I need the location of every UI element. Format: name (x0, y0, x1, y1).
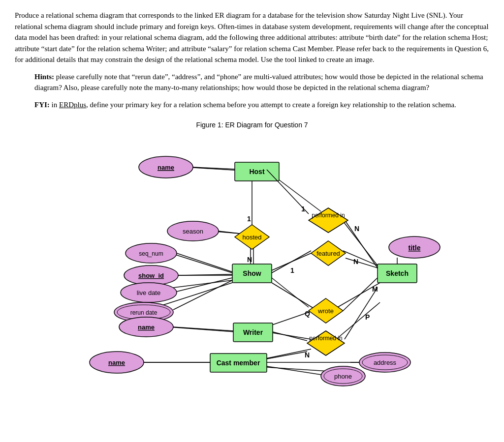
label-n-performed-top: N (354, 225, 359, 233)
label-n-hosted-show: N (247, 256, 252, 264)
show-label: Show (243, 269, 261, 277)
sketch-label: Sketch (386, 269, 409, 277)
hints-block: Hints: please carefully note that “rerun… (34, 71, 489, 93)
show-id-label: show_id (138, 272, 164, 279)
performed-in-top-label: performed in (312, 212, 345, 219)
svg-line-52 (177, 253, 232, 272)
diagram-container: Figure 1: ER Diagram for Question 7 (15, 120, 489, 391)
season-label: season (183, 228, 203, 235)
fyi-block: FYI: in ERDplus, define your primary key… (34, 99, 489, 111)
label-q-writer: Q (305, 310, 310, 318)
name-host-label: name (158, 164, 174, 171)
svg-line-65 (343, 278, 378, 311)
hosted-label: hosted (242, 234, 261, 241)
performed-in-bottom-label: performed in (309, 335, 342, 342)
main-content: Produce a relational schema diagram that… (15, 10, 489, 391)
svg-line-9 (267, 332, 311, 339)
seq-num-label: seq_num (139, 250, 163, 257)
address-label: address (374, 359, 397, 366)
svg-line-62 (273, 332, 307, 341)
hints-label: Hints: (34, 73, 54, 81)
svg-line-63 (267, 352, 307, 359)
host-label: Host (249, 168, 264, 176)
svg-line-15 (173, 280, 232, 288)
svg-line-6 (343, 251, 378, 265)
er-diagram: Host Show Sketch Writer Cast member host… (60, 135, 444, 391)
svg-line-13 (171, 253, 232, 273)
fyi-text2: , define your primary key for a relation… (86, 101, 456, 109)
svg-line-17 (168, 327, 235, 332)
paragraph1: Produce a relational schema diagram that… (15, 10, 489, 65)
label-1-host-hosted: 1 (247, 215, 251, 223)
featured-label: featured (316, 250, 340, 257)
name-writer-label: name (138, 324, 155, 331)
fyi-erdplus: ERDplus (59, 101, 86, 109)
label-n-cast: N (305, 351, 310, 359)
svg-line-68 (267, 170, 309, 214)
svg-line-55 (173, 280, 232, 310)
svg-line-66 (345, 288, 378, 339)
cast-member-label: Cast member (217, 359, 260, 367)
figure-title: Figure 1: ER Diagram for Question 7 (196, 120, 308, 130)
label-1-featured: 1 (290, 266, 294, 274)
fyi-text1: in (50, 101, 59, 109)
wrote-label: wrote (317, 307, 334, 315)
svg-line-67 (346, 221, 378, 268)
fyi-label: FYI: (34, 101, 50, 109)
writer-label: Writer (243, 328, 263, 336)
rerun-date-label: rerun date (130, 309, 158, 316)
hints-text: please carefully note that “rerun date”,… (34, 73, 483, 92)
title-label: title (409, 244, 421, 252)
label-p-sketch: P (365, 313, 370, 321)
svg-line-61 (272, 278, 309, 307)
name-cast-label: name (108, 359, 125, 366)
svg-line-56 (173, 327, 233, 331)
svg-line-7 (272, 283, 316, 310)
live-date-label: live date (137, 289, 160, 296)
phone-label: phone (334, 373, 352, 380)
